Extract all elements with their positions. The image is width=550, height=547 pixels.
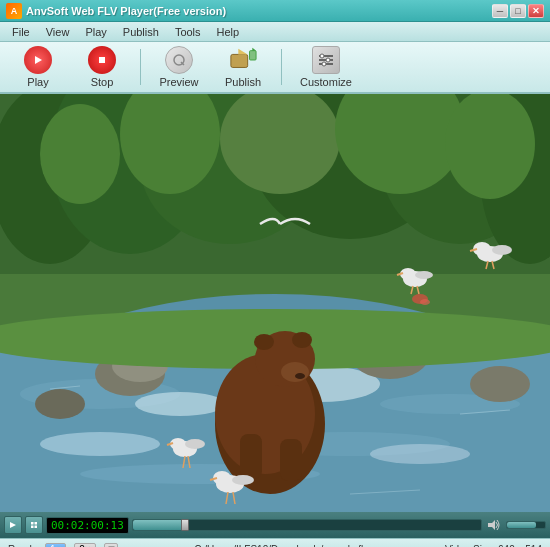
stop-label: Stop <box>91 76 114 88</box>
zoom-1x-button[interactable]: 1× <box>45 543 66 548</box>
svg-point-23 <box>40 104 120 204</box>
svg-point-68 <box>415 271 433 279</box>
play-pause-control[interactable] <box>4 516 22 534</box>
app-icon: A <box>6 3 22 19</box>
svg-rect-5 <box>231 54 248 67</box>
svg-rect-87 <box>35 526 38 529</box>
svg-rect-86 <box>31 526 34 529</box>
svg-point-43 <box>470 366 530 402</box>
svg-point-36 <box>370 444 470 464</box>
menu-help[interactable]: Help <box>209 24 248 40</box>
menu-view[interactable]: View <box>38 24 78 40</box>
menu-play[interactable]: Play <box>77 24 114 40</box>
play-icon <box>24 46 52 74</box>
stop-icon <box>88 46 116 74</box>
svg-rect-7 <box>250 51 257 60</box>
video-canvas <box>0 94 550 512</box>
svg-rect-51 <box>240 434 262 479</box>
stop-button[interactable]: Stop <box>72 42 132 92</box>
separator-1 <box>140 49 141 85</box>
close-button[interactable]: ✕ <box>528 4 544 18</box>
svg-point-49 <box>254 334 274 350</box>
time-display: 00:02:00:13 <box>46 517 129 534</box>
publish-button[interactable]: Publish <box>213 42 273 92</box>
toolbar: Play Stop Preview <box>0 42 550 94</box>
svg-marker-0 <box>35 56 42 64</box>
menu-file[interactable]: File <box>4 24 38 40</box>
customize-icon <box>312 46 340 74</box>
menu-tools[interactable]: Tools <box>167 24 209 40</box>
svg-rect-1 <box>99 57 105 63</box>
svg-marker-6 <box>238 49 247 55</box>
publish-label: Publish <box>225 76 261 88</box>
volume-fill <box>507 522 536 528</box>
title-bar: A AnvSoft Web FLV Player(Free version) ─… <box>0 0 550 22</box>
svg-point-13 <box>326 58 330 62</box>
volume-button[interactable] <box>485 516 503 534</box>
maximize-button[interactable]: □ <box>510 4 526 18</box>
window-controls: ─ □ ✕ <box>492 4 544 18</box>
customize-button[interactable]: Customize <box>290 42 362 92</box>
title-bar-left: A AnvSoft Web FLV Player(Free version) <box>6 3 226 19</box>
svg-rect-84 <box>31 522 34 525</box>
menu-publish[interactable]: Publish <box>115 24 167 40</box>
svg-point-50 <box>292 332 312 348</box>
svg-point-37 <box>40 432 160 456</box>
svg-marker-83 <box>10 522 16 528</box>
status-left: Ready 1× 2× <box>8 543 118 548</box>
progress-bar[interactable] <box>132 519 482 531</box>
svg-marker-88 <box>488 520 495 530</box>
svg-point-42 <box>35 389 85 419</box>
layout-control[interactable] <box>25 516 43 534</box>
svg-rect-52 <box>280 439 302 481</box>
svg-point-53 <box>295 373 305 379</box>
restore-button[interactable] <box>104 543 118 548</box>
separator-2 <box>281 49 282 85</box>
svg-point-74 <box>492 245 512 255</box>
svg-point-62 <box>232 475 254 485</box>
svg-point-27 <box>445 94 535 199</box>
customize-label: Customize <box>300 76 352 88</box>
app-title: AnvSoft Web FLV Player(Free version) <box>26 5 226 17</box>
preview-button[interactable]: Preview <box>149 42 209 92</box>
zoom-2x-button[interactable]: 2× <box>74 543 95 548</box>
preview-icon <box>165 46 193 74</box>
video-player <box>0 94 550 512</box>
publish-icon <box>229 46 257 74</box>
play-label: Play <box>27 76 48 88</box>
svg-point-12 <box>320 54 324 58</box>
svg-point-35 <box>135 392 225 416</box>
menu-bar: File View Play Publish Tools Help <box>0 22 550 42</box>
controls-bar: 00:02:00:13 <box>0 512 550 538</box>
svg-point-48 <box>281 362 309 382</box>
svg-point-14 <box>322 62 326 66</box>
minimize-button[interactable]: ─ <box>492 4 508 18</box>
preview-label: Preview <box>159 76 198 88</box>
svg-point-56 <box>185 439 205 449</box>
svg-rect-85 <box>35 522 38 525</box>
play-button[interactable]: Play <box>8 42 68 92</box>
volume-slider[interactable] <box>506 521 546 529</box>
svg-point-79 <box>420 299 430 305</box>
progress-fill <box>133 520 185 530</box>
status-bar: Ready 1× 2× C:/Users/ILFS12/Downloads/sa… <box>0 538 550 547</box>
progress-thumb <box>181 519 189 531</box>
